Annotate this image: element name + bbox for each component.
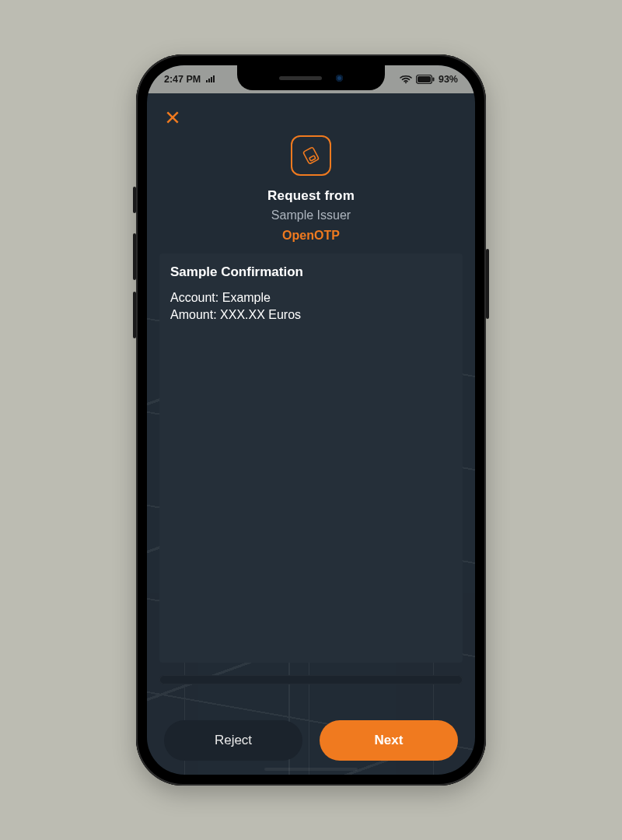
svg-rect-1 — [208, 79, 210, 82]
phone-side-button — [133, 187, 136, 213]
svg-rect-6 — [432, 78, 434, 82]
request-card-icon — [291, 135, 331, 176]
phone-side-button — [486, 249, 489, 319]
battery-percentage: 93% — [439, 74, 458, 85]
phone-side-button — [133, 233, 136, 280]
svg-rect-3 — [213, 75, 215, 82]
request-product: OpenOTP — [282, 229, 340, 243]
phone-camera — [336, 75, 343, 82]
svg-rect-10 — [303, 147, 320, 164]
status-time: 2:47 PM — [164, 74, 201, 85]
phone-side-button — [133, 292, 136, 338]
svg-point-4 — [405, 82, 407, 83]
svg-rect-7 — [418, 76, 431, 82]
confirmation-line-amount: Amount: XXX.XX Euros — [170, 308, 301, 321]
progress-bar — [159, 675, 463, 684]
confirmation-title: Sample Confirmation — [170, 264, 452, 280]
svg-rect-2 — [211, 77, 212, 82]
signal-icon — [206, 74, 216, 85]
request-title: Request from — [267, 188, 355, 204]
confirmation-line-account: Account: Example — [170, 291, 271, 304]
reject-label: Reject — [215, 733, 252, 748]
battery-icon — [416, 75, 435, 84]
phone-speaker — [279, 76, 322, 80]
svg-rect-0 — [206, 80, 208, 82]
phone-screen: 2:47 PM 93% — [147, 65, 475, 775]
request-header: Request from Sample Issuer OpenOTP — [159, 135, 463, 243]
wifi-icon — [400, 75, 412, 84]
svg-rect-11 — [309, 156, 316, 161]
close-button[interactable] — [159, 104, 186, 131]
app-container: Request from Sample Issuer OpenOTP Sampl… — [147, 93, 475, 775]
next-label: Next — [375, 733, 404, 748]
request-issuer: Sample Issuer — [271, 208, 351, 222]
home-indicator — [264, 768, 358, 771]
next-button[interactable]: Next — [320, 720, 458, 761]
reject-button[interactable]: Reject — [164, 720, 302, 761]
confirmation-card: Sample Confirmation Account: Example Amo… — [159, 254, 463, 663]
phone-notch — [237, 65, 385, 90]
phone-frame: 2:47 PM 93% — [136, 54, 486, 786]
action-bar: Reject Next — [159, 720, 463, 761]
